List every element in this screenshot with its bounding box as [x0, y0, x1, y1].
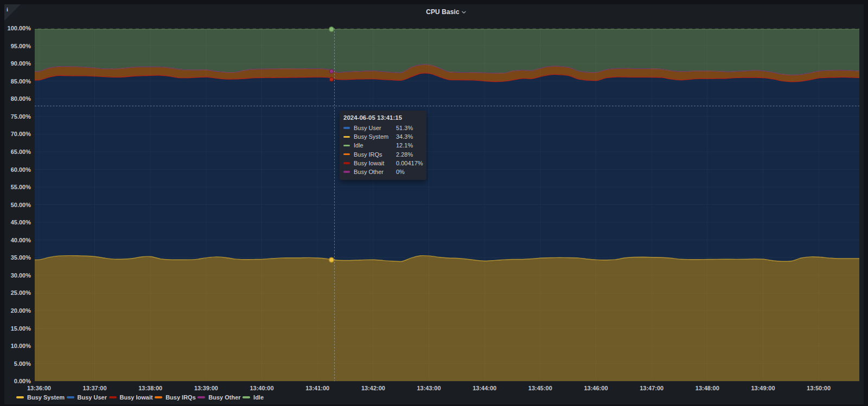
svg-text:13:41:00: 13:41:00	[305, 385, 329, 391]
svg-text:13:44:00: 13:44:00	[473, 385, 496, 391]
svg-text:13:45:00: 13:45:00	[528, 385, 552, 391]
svg-text:10.00%: 10.00%	[11, 343, 31, 349]
svg-text:15.00%: 15.00%	[11, 325, 31, 332]
svg-text:13:36:00: 13:36:00	[27, 385, 51, 391]
svg-text:30.00%: 30.00%	[11, 272, 31, 279]
svg-text:13:42:00: 13:42:00	[361, 385, 385, 391]
svg-text:20.00%: 20.00%	[11, 307, 31, 314]
svg-text:40.00%: 40.00%	[11, 237, 31, 243]
svg-text:13:46:00: 13:46:00	[584, 385, 608, 391]
svg-text:0.00%: 0.00%	[14, 378, 31, 384]
svg-text:25.00%: 25.00%	[11, 289, 31, 296]
svg-text:65.00%: 65.00%	[11, 149, 31, 155]
svg-text:13:43:00: 13:43:00	[417, 385, 441, 391]
svg-text:13:40:00: 13:40:00	[250, 385, 273, 391]
svg-text:13:38:00: 13:38:00	[138, 385, 162, 391]
svg-text:75.00%: 75.00%	[11, 113, 31, 120]
svg-text:13:48:00: 13:48:00	[695, 385, 719, 391]
svg-text:80.00%: 80.00%	[11, 95, 31, 102]
svg-text:45.00%: 45.00%	[11, 219, 31, 225]
svg-text:13:37:00: 13:37:00	[83, 385, 107, 391]
svg-text:85.00%: 85.00%	[11, 78, 31, 85]
svg-text:5.00%: 5.00%	[14, 360, 31, 367]
svg-text:55.00%: 55.00%	[11, 184, 31, 190]
svg-text:70.00%: 70.00%	[11, 131, 31, 137]
svg-text:13:39:00: 13:39:00	[194, 385, 218, 391]
svg-text:95.00%: 95.00%	[11, 43, 31, 49]
svg-text:100.00%: 100.00%	[8, 25, 31, 31]
svg-text:13:50:00: 13:50:00	[807, 385, 831, 391]
svg-text:50.00%: 50.00%	[11, 202, 31, 208]
svg-text:13:47:00: 13:47:00	[640, 385, 663, 391]
svg-text:13:49:00: 13:49:00	[751, 385, 775, 391]
svg-text:90.00%: 90.00%	[11, 60, 31, 67]
svg-text:35.00%: 35.00%	[11, 254, 31, 261]
svg-text:60.00%: 60.00%	[11, 166, 31, 173]
